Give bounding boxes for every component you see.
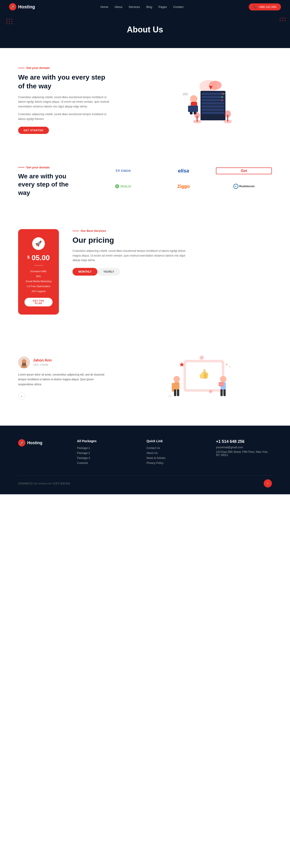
nav-blog[interactable]: Blog bbox=[147, 5, 152, 9]
footer-packages-heading: All Packages bbox=[77, 439, 133, 443]
testimonial-illustration: 👍 ★ ✓ ✓ bbox=[122, 346, 272, 410]
tab-monthly[interactable]: MONTHLY bbox=[72, 268, 97, 276]
footer-col-contact: +1 514 648 256 youremail@gmail.com 123 E… bbox=[216, 439, 272, 466]
feature-4: 1.0 Free Optimization bbox=[25, 284, 53, 289]
footer-packages-list: Package-1 Package-2 Package-3 Custome bbox=[77, 446, 133, 465]
testimonial-next-button[interactable]: › bbox=[18, 393, 25, 400]
footer-quicklinks-list: Contact Us About Us News & Articles Priv… bbox=[147, 446, 202, 465]
svg-point-39 bbox=[220, 376, 226, 382]
svg-rect-4 bbox=[202, 93, 224, 95]
svg-rect-38 bbox=[177, 390, 179, 396]
pricing-cta-button[interactable]: GET THE PLAN bbox=[25, 298, 53, 306]
pricing-tabs: MONTHLY YEARLY bbox=[72, 268, 272, 276]
veolia-icon: V bbox=[115, 184, 119, 188]
svg-point-34 bbox=[173, 376, 180, 382]
svg-point-13 bbox=[221, 96, 223, 98]
about-heading: We are with you every step of the way bbox=[18, 73, 113, 90]
about-section: Get your domain We are with you every st… bbox=[0, 48, 290, 152]
logo-ziggo: Ziggo bbox=[156, 182, 212, 191]
about-cta-button[interactable]: GET STARTED bbox=[18, 127, 49, 134]
dots-decoration-left bbox=[6, 19, 13, 24]
svg-point-49 bbox=[226, 364, 227, 365]
footer-package-3[interactable]: Package-3 bbox=[77, 457, 90, 460]
svg-text:✓: ✓ bbox=[201, 356, 203, 359]
svg-point-14 bbox=[221, 99, 223, 101]
footer-email: youremail@gmail.com bbox=[216, 446, 272, 449]
footer-bottom: 闭鱼购物社区 bbs.xieniao.com 买卖不老更省钱 ↑ bbox=[18, 475, 272, 488]
partners-logos-grid: ⠿⠿ CISCO elisa Get V VEOLIA Ziggo R Rost… bbox=[95, 166, 272, 191]
nav-contact[interactable]: Contact bbox=[173, 5, 184, 9]
dots-decoration-right bbox=[280, 18, 286, 21]
footer-brand-name: Hosting bbox=[27, 441, 42, 445]
back-to-top-button[interactable]: ↑ bbox=[264, 479, 272, 488]
footer-package-custom[interactable]: Custome bbox=[77, 461, 88, 465]
chevron-right-icon: › bbox=[21, 394, 23, 398]
svg-rect-7 bbox=[202, 102, 224, 104]
svg-rect-29 bbox=[22, 363, 26, 366]
page-header: About Us bbox=[0, 13, 290, 48]
logo-get: Get bbox=[216, 167, 272, 174]
footer-quicklinks-heading: Quick Link bbox=[147, 439, 202, 443]
footer-package-1[interactable]: Package-1 bbox=[77, 446, 90, 450]
author-role: CEO, Colorlib bbox=[33, 363, 48, 366]
pricing-section: 🚀 $ 05.00 Increase traffic 50% Social Me… bbox=[0, 213, 290, 331]
arrow-up-icon: ↑ bbox=[267, 482, 269, 486]
navbar-links: Home About Services Blog Pages Contact bbox=[100, 5, 183, 9]
rostelecom-icon: R bbox=[233, 184, 238, 189]
footer-package-2[interactable]: Package-2 bbox=[77, 452, 90, 455]
svg-point-12 bbox=[223, 93, 225, 94]
footer-address: 123 East 26th Street, Fifth Floor, New Y… bbox=[216, 450, 272, 457]
navbar-logo: 🚀 Hosting bbox=[9, 3, 35, 10]
partners-text-block: Get your domain We are with you every st… bbox=[18, 166, 82, 200]
svg-rect-41 bbox=[220, 390, 223, 396]
footer-link-contact[interactable]: Contact Us bbox=[147, 446, 160, 450]
pricing-details-block: Our Best Services Our pricing Cnsectetur… bbox=[72, 229, 272, 276]
pricing-amount: 05.00 bbox=[31, 254, 50, 262]
footer-top: 🚀 Hosting All Packages Package-1 Package… bbox=[18, 439, 272, 466]
svg-point-22 bbox=[194, 112, 200, 119]
footer-link-news[interactable]: News & Articles bbox=[147, 457, 165, 460]
logo-cisco: ⠿⠿ CISCO bbox=[95, 167, 151, 175]
pricing-divider bbox=[34, 265, 43, 266]
pricing-price-display: $ 05.00 bbox=[25, 254, 53, 262]
nav-services[interactable]: Services bbox=[129, 5, 140, 9]
tab-yearly[interactable]: YEARLY bbox=[97, 268, 120, 276]
footer-col-quicklinks: Quick Link Contact Us About Us News & Ar… bbox=[147, 439, 202, 466]
nav-pages[interactable]: Pages bbox=[159, 5, 167, 9]
svg-rect-42 bbox=[223, 390, 226, 396]
about-subtitle: Get your domain bbox=[18, 66, 113, 69]
partners-heading: We are with you every step of the way bbox=[18, 172, 82, 197]
pricing-subtitle: Our Best Services bbox=[72, 229, 272, 232]
page-title: About Us bbox=[4, 25, 286, 34]
footer-link-privacy[interactable]: Privacy Policy bbox=[147, 461, 164, 465]
pricing-description: Cnsectetur adipiscing cvbelit, sxced dbe… bbox=[72, 249, 186, 262]
footer-link-about[interactable]: About Us bbox=[147, 452, 158, 455]
pricing-features: Increase traffic 50% Social Media Market… bbox=[25, 269, 53, 294]
nav-home[interactable]: Home bbox=[100, 5, 108, 9]
footer: 🚀 Hosting All Packages Package-1 Package… bbox=[0, 426, 290, 494]
testimonial-text-block: Jahon Ann CEO, Colorlib Lorem ipsum dolo… bbox=[18, 356, 109, 400]
svg-point-51 bbox=[169, 395, 171, 397]
server-illustration-svg bbox=[161, 73, 233, 127]
navbar-brand-text: Hosting bbox=[18, 4, 35, 9]
navbar-cta-button[interactable]: 📞 +880.162.000 bbox=[249, 3, 281, 10]
svg-point-25 bbox=[225, 111, 231, 118]
svg-point-15 bbox=[190, 95, 197, 102]
nav-about[interactable]: About bbox=[115, 5, 122, 9]
feature-5: 24/7 support bbox=[25, 289, 53, 294]
footer-brand: 🚀 Hosting bbox=[18, 439, 63, 466]
svg-rect-9 bbox=[202, 108, 224, 111]
feature-3: Social Media Marketing bbox=[25, 279, 53, 284]
partners-subtitle: Get your domain bbox=[18, 166, 82, 169]
svg-rect-6 bbox=[202, 99, 224, 101]
pricing-card-icon: 🚀 bbox=[32, 237, 45, 250]
svg-text:👍: 👍 bbox=[198, 368, 210, 379]
about-illustration bbox=[122, 73, 272, 127]
about-text-block: Get your domain We are with you every st… bbox=[18, 66, 113, 134]
logo-elisa: elisa bbox=[156, 166, 212, 176]
testimonial-text: Lorem ipsum dolor sit amet, consectetur … bbox=[18, 372, 109, 387]
footer-bottom-text: 闭鱼购物社区 bbs.xieniao.com 买卖不老更省钱 bbox=[18, 482, 70, 485]
testimonial-section: Jahon Ann CEO, Colorlib Lorem ipsum dolo… bbox=[0, 331, 290, 426]
navbar-cta-label: +880.162.000 bbox=[258, 5, 277, 9]
partners-section: Get your domain We are with you every st… bbox=[0, 152, 290, 213]
